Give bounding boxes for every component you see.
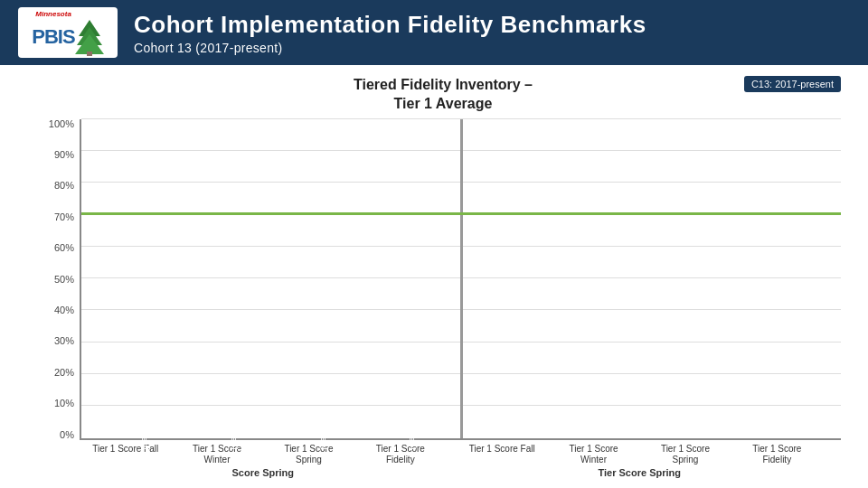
group-separator bbox=[460, 119, 463, 438]
state-label: Minnesota bbox=[35, 10, 71, 18]
x-label-spring-1: Tier 1 ScoreSpring bbox=[263, 444, 354, 465]
bars-wrapper: [CELLREF] [CELLREF] [CELLREF] bbox=[81, 119, 841, 438]
y-label-40: 40% bbox=[45, 305, 74, 315]
y-label-90: 90% bbox=[45, 150, 74, 160]
logo: Minnesota PBIS bbox=[18, 7, 118, 58]
x-label-winter-2: Tier 1 ScoreWinter bbox=[548, 444, 639, 465]
x-label-winter-1: Tier 1 ScoreWinter bbox=[171, 444, 262, 465]
header-title-main: Cohort Implementation Fidelity Benchmark… bbox=[134, 11, 646, 39]
tier-score-labels: Score Spring Tier Score Spring bbox=[45, 465, 841, 478]
header-title-sub: Cohort 13 (2017-present) bbox=[134, 41, 646, 55]
tier-score-label-2: Tier Score Spring bbox=[457, 467, 824, 478]
chart-body: 0% 10% 20% 30% 40% 50% 60% 70% 80% 90% 1… bbox=[45, 119, 841, 440]
y-label-100: 100% bbox=[45, 119, 74, 129]
y-label-80: 80% bbox=[45, 181, 74, 191]
bars-area: [CELLREF] [CELLREF] [CELLREF] bbox=[80, 119, 841, 440]
y-label-10: 10% bbox=[45, 399, 74, 408]
logo-text: PBIS bbox=[32, 25, 74, 49]
x-label-fidelity-1: Tier 1 ScoreFidelity bbox=[354, 444, 446, 465]
y-label-50: 50% bbox=[45, 275, 74, 285]
chart-title: Tiered Fidelity Inventory – Tier 1 Avera… bbox=[45, 76, 841, 114]
y-label-30: 30% bbox=[45, 336, 74, 346]
x-label-fall-2: Tier 1 Score Fall bbox=[457, 444, 548, 465]
svg-rect-3 bbox=[87, 52, 92, 56]
x-label-fall-1: Tier 1 Score Fall bbox=[80, 444, 171, 465]
x-label-fidelity-2: Tier 1 ScoreFidelity bbox=[731, 444, 823, 465]
tier-score-label-1: Score Spring bbox=[80, 467, 447, 478]
chart-title-area: Tiered Fidelity Inventory – Tier 1 Avera… bbox=[45, 76, 841, 114]
y-label-0: 0% bbox=[45, 430, 74, 440]
y-label-70: 70% bbox=[45, 212, 74, 222]
cell-ref-fidelity-1: [CELLREF] bbox=[408, 411, 416, 449]
x-axis-labels: Tier 1 Score Fall Tier 1 ScoreWinter Tie… bbox=[45, 440, 841, 465]
cell-ref-winter-1: [CELLREF] bbox=[229, 411, 237, 449]
x-label-spring-2: Tier 1 ScoreSpring bbox=[639, 444, 731, 465]
chart-badge: C13: 2017-present bbox=[744, 76, 841, 92]
header-titles: Cohort Implementation Fidelity Benchmark… bbox=[134, 11, 646, 55]
reference-line-70 bbox=[81, 212, 841, 215]
sep-spacer2 bbox=[447, 467, 457, 478]
cell-ref-spring-1: [CELLREF] bbox=[318, 411, 326, 449]
y-label-20: 20% bbox=[45, 368, 74, 378]
y-label-60: 60% bbox=[45, 243, 74, 253]
cell-ref-fall-1: [CELLREF] bbox=[140, 411, 148, 449]
app-header: Minnesota PBIS Cohort Implementation Fid… bbox=[0, 0, 868, 65]
logo-tree-icon bbox=[75, 18, 104, 56]
sep-spacer bbox=[447, 444, 457, 465]
pbis-logo: Minnesota PBIS bbox=[32, 10, 103, 56]
y-axis: 0% 10% 20% 30% 40% 50% 60% 70% 80% 90% 1… bbox=[45, 119, 80, 440]
chart-container: Tiered Fidelity Inventory – Tier 1 Avera… bbox=[0, 65, 868, 488]
